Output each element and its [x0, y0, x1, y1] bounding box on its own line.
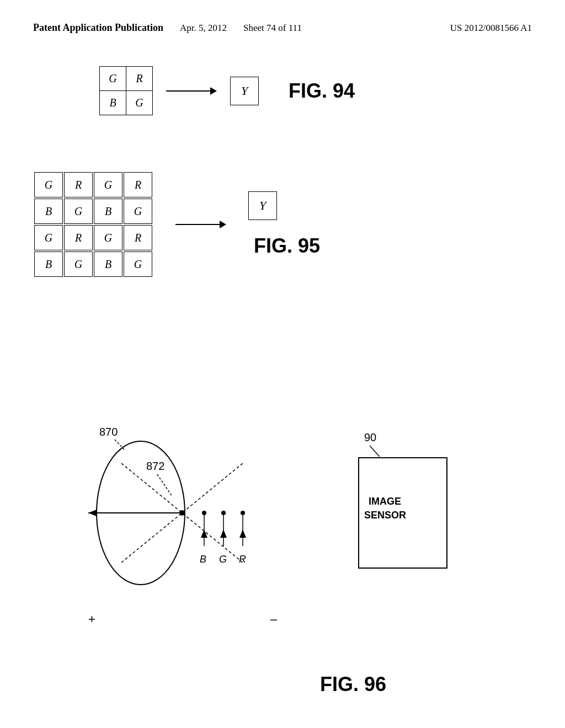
grid-cell: G — [94, 172, 122, 197]
grid-cell: G — [94, 225, 122, 250]
image-sensor-text-2: SENSOR — [364, 510, 406, 521]
fig96-svg: 870 872 B G R 9 — [33, 386, 530, 662]
label-872: 872 — [146, 460, 164, 472]
arrow-line — [166, 90, 210, 92]
grid-cell: R — [126, 67, 153, 91]
fig96-label: FIG. 96 — [320, 673, 386, 695]
plus-label: + — [88, 612, 95, 626]
grid-cell: G — [124, 199, 152, 224]
label872-line — [157, 474, 172, 496]
grid-cell: G — [100, 67, 126, 91]
arrow-left-head — [88, 510, 97, 516]
grid-cell: B — [34, 251, 63, 277]
grid-cell: B — [100, 91, 126, 115]
fig94-output-label: Y — [241, 84, 248, 98]
fig95-label: FIG. 95 — [254, 234, 320, 258]
grid-cell: G — [64, 251, 93, 277]
grid-cell: B — [94, 251, 122, 277]
arrow-r-head — [239, 529, 246, 538]
fig95-grid: G R G R B G B G G R G R B G B G — [33, 171, 153, 278]
label-90: 90 — [364, 431, 376, 443]
page-header: Patent Application Publication Apr. 5, 2… — [33, 22, 532, 34]
fig94-diagram: G R B G Y FIG. 94 — [99, 66, 355, 115]
publication-date: Apr. 5, 2012 — [180, 23, 227, 34]
label-870: 870 — [99, 426, 118, 438]
grid-cell: B — [34, 199, 63, 224]
patent-label: Patent Application Publication — [33, 22, 163, 34]
arrow-head — [220, 221, 226, 228]
label-b: B — [200, 554, 206, 565]
fig96-label-container: FIG. 96 — [320, 673, 386, 696]
grid-cell: G — [124, 251, 152, 277]
fig95-output-label: Y — [259, 199, 266, 213]
arrow-line — [175, 224, 220, 225]
arrow-head — [210, 87, 217, 95]
grid-cell: G — [34, 225, 63, 250]
label90-line — [370, 446, 380, 457]
fig96-diagram: 870 872 B G R 9 — [33, 386, 530, 662]
patent-number: US 2012/0081566 A1 — [450, 23, 532, 34]
fig95-output-box: Y — [248, 191, 277, 220]
label870-line — [115, 440, 124, 449]
grid-cell: R — [124, 172, 152, 197]
arrow-b-head — [201, 529, 207, 538]
grid-cell: R — [64, 225, 93, 250]
label-g: G — [219, 554, 227, 565]
minus-label: – — [270, 612, 278, 626]
grid-cell: R — [64, 172, 93, 197]
grid-cell: R — [124, 225, 152, 250]
fig95-diagram: G R G R B G B G G R G R B G B G Y — [33, 171, 320, 278]
grid-cell: G — [64, 199, 93, 224]
grid-cell: B — [94, 199, 122, 224]
label-r: R — [239, 554, 246, 565]
fig94-output-box: Y — [230, 77, 259, 105]
fig94-grid: G R B G — [99, 66, 153, 115]
arrow-g-head — [220, 529, 227, 538]
fig94-label: FIG. 94 — [289, 79, 355, 103]
fig95-arrow — [175, 221, 226, 228]
grid-cell: G — [126, 91, 153, 115]
grid-cell: G — [34, 172, 63, 197]
image-sensor-text-1: IMAGE — [369, 496, 401, 507]
fig94-arrow — [166, 87, 217, 95]
sheet-number: Sheet 74 of 111 — [243, 23, 302, 34]
